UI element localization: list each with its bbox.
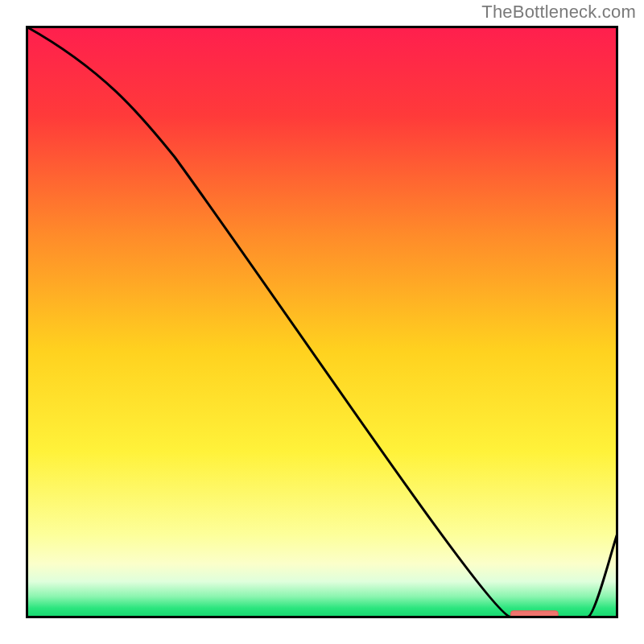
chart-background-gradient — [27, 27, 617, 617]
chart-svg — [26, 26, 618, 618]
watermark-text: TheBottleneck.com — [481, 2, 636, 23]
chart-container — [26, 26, 618, 618]
